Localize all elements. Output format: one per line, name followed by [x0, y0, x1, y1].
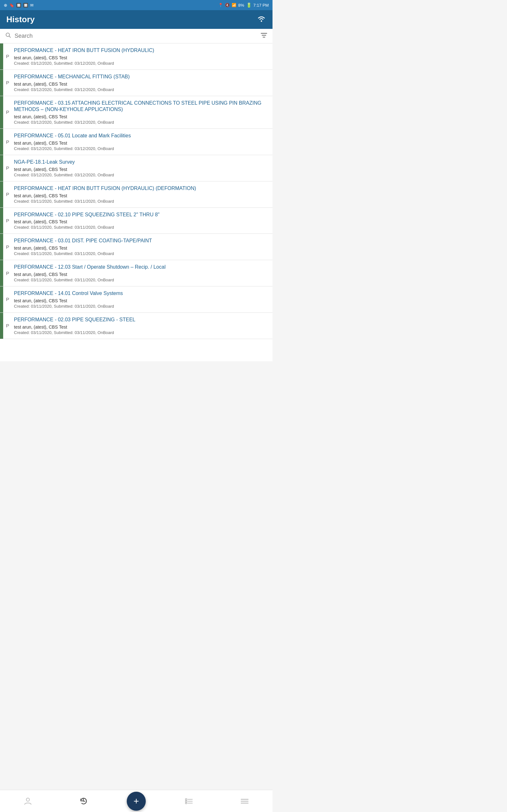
list-item[interactable]: P NGA-PE-18.1-Leak Survey test arun, (at… [0, 155, 273, 182]
item-content: PERFORMANCE - 02.03 PIPE SQUEEZING - STE… [12, 313, 273, 339]
svg-point-0 [261, 20, 262, 21]
app-icon-3: 🔲 [16, 3, 21, 8]
item-title: PERFORMANCE - 02.10 PIPE SQUEEZING STEEL… [14, 212, 269, 218]
item-meta: Created: 03/12/2020, Submitted: 03/12/20… [14, 87, 269, 92]
item-badge: P [3, 155, 12, 181]
item-content: PERFORMANCE - 12.03 Start / Operate Shut… [12, 260, 273, 286]
list-item[interactable]: P PERFORMANCE - 05.01 Locate and Mark Fa… [0, 129, 273, 155]
item-badge: P [3, 129, 12, 155]
battery-icon: 🔋 [246, 3, 251, 8]
item-subtitle: test arun, (atest), CBS Test [14, 324, 269, 329]
app-icon-5: ✉ [30, 3, 34, 8]
battery-percent: 8% [238, 3, 244, 8]
list-item[interactable]: P PERFORMANCE - 02.03 PIPE SQUEEZING - S… [0, 313, 273, 339]
item-subtitle: test arun, (atest), CBS Test [14, 82, 269, 87]
status-bar: ⊕ 🔖 🔲 🔲 ✉ 📍 🔇 📶 8% 🔋 7:17 PM [0, 0, 273, 10]
item-title: PERFORMANCE - HEAT IRON BUTT FUSION (HYD… [14, 47, 269, 54]
list-item[interactable]: P PERFORMANCE - 03.01 DIST. PIPE COATING… [0, 234, 273, 260]
item-indicator [0, 208, 3, 234]
item-content: PERFORMANCE - 03.01 DIST. PIPE COATING-T… [12, 234, 273, 260]
item-content: PERFORMANCE - 02.10 PIPE SQUEEZING STEEL… [12, 208, 273, 234]
header-wifi-icon [257, 14, 266, 24]
item-badge: P [3, 313, 12, 339]
item-indicator [0, 287, 3, 312]
item-meta: Created: 03/12/2020, Submitted: 03/12/20… [14, 120, 269, 125]
item-subtitle: test arun, (atest), CBS Test [14, 246, 269, 251]
list-item[interactable]: P PERFORMANCE - MECHANICAL FITTING (STAB… [0, 70, 273, 96]
item-indicator [0, 234, 3, 260]
item-badge: P [3, 44, 12, 69]
item-content: PERFORMANCE - 14.01 Control Valve System… [12, 287, 273, 312]
filter-icon[interactable] [261, 32, 268, 40]
list-item[interactable]: P PERFORMANCE - HEAT IRON BUTT FUSION (H… [0, 44, 273, 70]
item-badge: P [3, 182, 12, 207]
item-meta: Created: 03/11/2020, Submitted: 03/11/20… [14, 330, 269, 335]
item-badge: P [3, 96, 12, 129]
item-badge: P [3, 70, 12, 96]
search-input[interactable] [14, 33, 257, 39]
item-content: NGA-PE-18.1-Leak Survey test arun, (ates… [12, 155, 273, 181]
item-title: PERFORMANCE - HEAT IRON BUTT FUSION (HYD… [14, 185, 269, 192]
list-item[interactable]: P PERFORMANCE - 12.03 Start / Operate Sh… [0, 260, 273, 287]
item-meta: Created: 03/12/2020, Submitted: 03/12/20… [14, 61, 269, 66]
item-subtitle: test arun, (atest), CBS Test [14, 298, 269, 303]
search-icon [5, 32, 11, 40]
app-header: History [0, 10, 273, 29]
item-indicator [0, 155, 3, 181]
history-list: P PERFORMANCE - HEAT IRON BUTT FUSION (H… [0, 44, 273, 361]
item-content: PERFORMANCE - 03.15 ATTACHING ELECTRICAL… [12, 96, 273, 129]
list-item[interactable]: P PERFORMANCE - 03.15 ATTACHING ELECTRIC… [0, 96, 273, 129]
mute-icon: 🔇 [225, 3, 230, 7]
item-subtitle: test arun, (atest), CBS Test [14, 141, 269, 146]
status-bar-left: ⊕ 🔖 🔲 🔲 ✉ [4, 3, 34, 8]
item-title: PERFORMANCE - 14.01 Control Valve System… [14, 290, 269, 297]
item-subtitle: test arun, (atest), CBS Test [14, 193, 269, 198]
item-indicator [0, 313, 3, 339]
item-subtitle: test arun, (atest), CBS Test [14, 114, 269, 119]
item-meta: Created: 03/12/2020, Submitted: 03/12/20… [14, 146, 269, 151]
item-content: PERFORMANCE - MECHANICAL FITTING (STAB) … [12, 70, 273, 96]
list-item[interactable]: P PERFORMANCE - HEAT IRON BUTT FUSION (H… [0, 182, 273, 208]
page-title: History [6, 14, 35, 24]
item-content: PERFORMANCE - HEAT IRON BUTT FUSION (HYD… [12, 44, 273, 69]
item-indicator [0, 260, 3, 286]
item-meta: Created: 03/11/2020, Submitted: 03/11/20… [14, 277, 269, 282]
app-icon-2: 🔖 [9, 3, 14, 8]
item-title: PERFORMANCE - 02.03 PIPE SQUEEZING - STE… [14, 316, 269, 323]
item-indicator [0, 70, 3, 96]
item-title: PERFORMANCE - 03.15 ATTACHING ELECTRICAL… [14, 100, 269, 113]
item-title: PERFORMANCE - 05.01 Locate and Mark Faci… [14, 133, 269, 139]
item-subtitle: test arun, (atest), CBS Test [14, 219, 269, 224]
item-meta: Created: 03/11/2020, Submitted: 03/11/20… [14, 304, 269, 309]
list-item[interactable]: P PERFORMANCE - 02.10 PIPE SQUEEZING STE… [0, 208, 273, 234]
list-item[interactable]: P PERFORMANCE - 14.01 Control Valve Syst… [0, 287, 273, 313]
item-badge: P [3, 234, 12, 260]
location-icon: 📍 [218, 3, 223, 7]
item-badge: P [3, 208, 12, 234]
app-icon-1: ⊕ [4, 3, 7, 8]
item-badge: P [3, 287, 12, 312]
item-indicator [0, 182, 3, 207]
wifi-status-icon: 📶 [232, 3, 236, 7]
item-content: PERFORMANCE - HEAT IRON BUTT FUSION (HYD… [12, 182, 273, 207]
clock: 7:17 PM [253, 3, 269, 8]
item-indicator [0, 96, 3, 129]
item-meta: Created: 03/11/2020, Submitted: 03/11/20… [14, 225, 269, 230]
item-title: PERFORMANCE - 12.03 Start / Operate Shut… [14, 264, 269, 270]
item-meta: Created: 03/11/2020, Submitted: 03/11/20… [14, 251, 269, 256]
item-title: PERFORMANCE - 03.01 DIST. PIPE COATING-T… [14, 238, 269, 244]
item-meta: Created: 03/12/2020, Submitted: 03/12/20… [14, 172, 269, 177]
item-subtitle: test arun, (atest), CBS Test [14, 55, 269, 60]
item-subtitle: test arun, (atest), CBS Test [14, 272, 269, 277]
item-meta: Created: 03/11/2020, Submitted: 03/11/20… [14, 199, 269, 204]
item-indicator [0, 129, 3, 155]
item-subtitle: test arun, (atest), CBS Test [14, 167, 269, 172]
search-bar [0, 29, 273, 44]
item-title: PERFORMANCE - MECHANICAL FITTING (STAB) [14, 73, 269, 80]
item-content: PERFORMANCE - 05.01 Locate and Mark Faci… [12, 129, 273, 155]
item-title: NGA-PE-18.1-Leak Survey [14, 159, 269, 165]
app-icon-4: 🔲 [23, 3, 28, 8]
item-badge: P [3, 260, 12, 286]
status-bar-right: 📍 🔇 📶 8% 🔋 7:17 PM [218, 3, 269, 8]
item-indicator [0, 44, 3, 69]
